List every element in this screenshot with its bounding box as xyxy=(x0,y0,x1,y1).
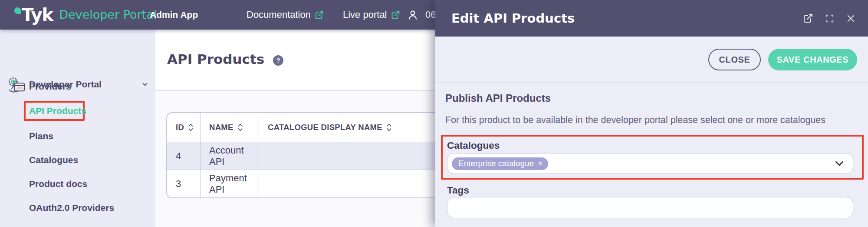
help-icon[interactable]: ? xyxy=(273,55,283,66)
chevron-down-icon xyxy=(141,80,149,88)
table-header-row: ID NAME CATALOGUE xyxy=(167,113,460,142)
section-title: Publish API Products xyxy=(445,92,551,104)
cell-id: 4 xyxy=(167,142,201,170)
sidebar: Providers </> Developer Portal API Prod xyxy=(0,30,155,227)
tags-input[interactable] xyxy=(447,197,853,218)
cell-id: 3 xyxy=(167,170,201,197)
logo-product-label: Developer Portal xyxy=(59,6,157,23)
sidebar-item-developer-portal[interactable]: </> Developer Portal xyxy=(0,74,155,94)
sidebar-item-api-products[interactable]: API Products xyxy=(29,106,86,116)
save-changes-button[interactable]: SAVE CHANGES xyxy=(768,49,857,70)
sidebar-item-label: Developer Portal xyxy=(29,79,102,90)
app-root: Tyk Developer Portal Admin App Documenta… xyxy=(0,0,868,227)
chevron-down-icon[interactable] xyxy=(834,158,845,169)
cell-catalogue-display-name xyxy=(259,170,460,197)
main-content: API Products ? ID NAME xyxy=(155,30,442,227)
fullscreen-icon[interactable] xyxy=(825,14,834,23)
catalogues-label: Catalogues xyxy=(447,140,500,151)
user-menu[interactable]: 06 xyxy=(407,9,436,20)
panel-body: CLOSE SAVE CHANGES Publish API Products … xyxy=(435,37,868,227)
logo-text: Tyk xyxy=(22,6,53,23)
external-link-icon xyxy=(391,10,400,20)
divider xyxy=(435,82,868,83)
documentation-link-label: Documentation xyxy=(247,9,311,20)
table-row[interactable]: 3 Payment API xyxy=(167,170,460,197)
cell-name: Account API xyxy=(201,142,259,170)
cell-catalogue-display-name xyxy=(259,142,460,170)
sidebar-item-catalogues[interactable]: Catalogues xyxy=(29,155,78,165)
section-description: For this product to be available in the … xyxy=(445,115,825,126)
developer-portal-icon: </> xyxy=(7,76,26,93)
edit-api-products-panel: Edit API Products xyxy=(435,0,868,227)
panel-header: Edit API Products xyxy=(435,0,868,37)
catalogues-select[interactable]: Enterprise catalogue × xyxy=(447,153,853,174)
sort-icon xyxy=(188,123,194,132)
divider xyxy=(155,90,459,91)
page-title: API Products xyxy=(167,51,264,67)
sidebar-item-plans[interactable]: Plans xyxy=(29,131,53,141)
external-link-icon xyxy=(315,10,324,20)
panel-title: Edit API Products xyxy=(451,11,575,26)
column-header-name[interactable]: NAME xyxy=(201,113,259,142)
api-products-table: ID NAME CATALOGUE xyxy=(166,112,461,198)
cell-name: Payment API xyxy=(201,170,259,197)
user-icon xyxy=(407,9,418,20)
table-row[interactable]: 4 Account API xyxy=(167,142,460,170)
close-icon[interactable] xyxy=(846,13,856,23)
sidebar-item-product-docs[interactable]: Product docs xyxy=(29,179,87,189)
selected-catalogue-tag: Enterprise catalogue × xyxy=(452,157,548,170)
selected-catalogue-tag-label: Enterprise catalogue xyxy=(458,159,534,168)
tyk-leaf-icon xyxy=(14,7,21,14)
open-in-new-icon[interactable] xyxy=(803,13,813,23)
column-header-id[interactable]: ID xyxy=(167,113,201,142)
live-portal-link-label: Live portal xyxy=(343,9,387,20)
column-header-catalogue-display-name[interactable]: CATALOGUE DISPLAY NAME xyxy=(259,113,460,142)
sort-icon xyxy=(386,123,392,132)
sort-icon xyxy=(237,123,243,132)
tyk-logo[interactable]: Tyk Developer Portal xyxy=(14,6,157,23)
admin-app-label: Admin App xyxy=(150,10,198,20)
live-portal-link[interactable]: Live portal xyxy=(343,9,400,20)
documentation-link[interactable]: Documentation xyxy=(247,9,324,20)
tags-label: Tags xyxy=(447,185,469,196)
svg-text:</>: </> xyxy=(17,86,23,90)
remove-tag-icon[interactable]: × xyxy=(538,160,542,167)
close-button[interactable]: CLOSE xyxy=(708,49,761,70)
sidebar-item-oauth-providers[interactable]: OAuth2.0 Providers xyxy=(29,203,114,213)
user-badge: 06 xyxy=(425,9,436,20)
